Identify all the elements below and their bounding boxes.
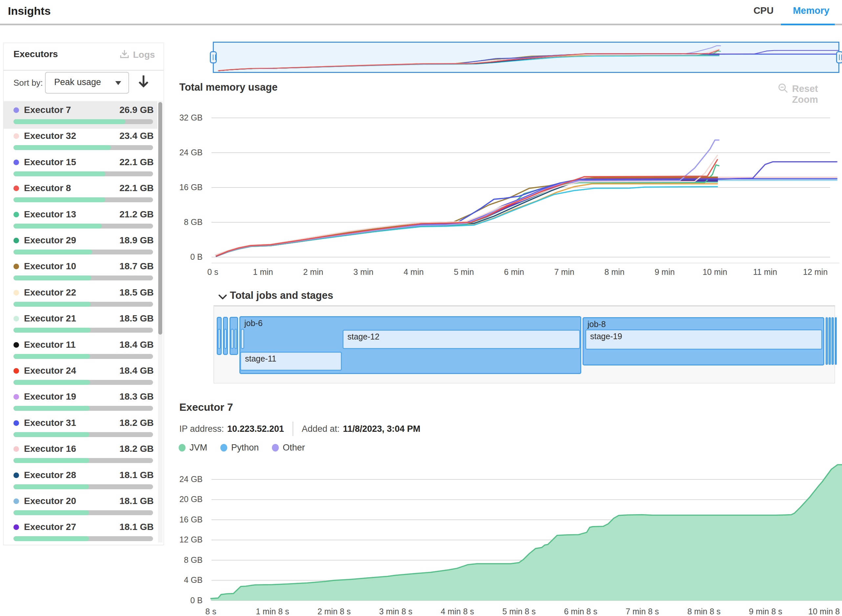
job-bar[interactable] — [826, 317, 828, 365]
executor-peak-value: 18.5 GB — [120, 287, 154, 298]
axis-tick-label: 0 B — [166, 252, 202, 262]
executor-list-item[interactable]: Executor 7 26.9 GB — [4, 104, 164, 130]
total-memory-chart[interactable] — [206, 113, 840, 271]
logs-button[interactable]: Logs — [119, 49, 158, 62]
stage-bar[interactable] — [241, 329, 244, 349]
executor-usage-bar — [13, 432, 153, 437]
stage-12-bar[interactable]: stage-12 — [343, 330, 580, 349]
sort-select[interactable]: Peak usage — [45, 72, 129, 94]
axis-tick-label: 1 min 8 s — [240, 607, 305, 616]
executor-color-dot — [13, 160, 19, 165]
series-executor-27 — [216, 181, 717, 256]
executor-color-dot — [13, 133, 19, 139]
executor-name: Executor 7 — [24, 105, 71, 115]
executor-usage-bar-fill — [13, 172, 106, 176]
overview-series — [219, 55, 719, 71]
executor-list-item[interactable]: Executor 27 18.1 GB — [4, 521, 164, 547]
executor-color-dot — [13, 368, 19, 374]
legend-item-jvm[interactable]: JVM — [179, 443, 207, 453]
executor-list-item[interactable]: Executor 20 18.1 GB — [4, 495, 164, 521]
executor-list-item[interactable]: Executor 32 23.4 GB — [4, 130, 164, 156]
series-executor-7 — [216, 140, 719, 256]
axis-tick-label: 7 min 8 s — [609, 607, 675, 616]
scrollbar-thumb[interactable] — [158, 102, 162, 334]
axis-tick-label: 8 GB — [166, 555, 202, 565]
top-bar: Insights CPU Memory — [0, 0, 842, 26]
brush-handle-left[interactable] — [210, 51, 217, 63]
executor-name: Executor 31 — [24, 418, 76, 428]
series-executor-32 — [216, 155, 717, 255]
sort-by-label: Sort by: — [13, 78, 43, 88]
job-6-label: job-6 — [244, 318, 263, 328]
executor-list-item[interactable]: Executor 16 18.2 GB — [4, 443, 164, 469]
legend-item-other[interactable]: Other — [272, 443, 305, 453]
executor-peak-value: 18.4 GB — [120, 365, 154, 376]
executor-usage-bar — [13, 354, 153, 359]
executor-name: Executor 32 — [24, 131, 76, 141]
executor-list-item[interactable]: Executor 31 18.2 GB — [4, 417, 164, 443]
executor-list-item[interactable]: Executor 10 18.7 GB — [4, 260, 164, 286]
tab-memory[interactable]: Memory — [785, 5, 838, 16]
axis-tick-label: 12 GB — [166, 535, 202, 544]
executor-usage-bar-fill — [13, 328, 91, 333]
executor-color-dot — [13, 186, 19, 191]
executor-peak-value: 18.1 GB — [120, 522, 154, 532]
executor-list-item[interactable]: Executor 22 18.5 GB — [4, 287, 164, 312]
executor-usage-bar — [13, 328, 153, 333]
job-bar[interactable] — [829, 317, 831, 365]
executor-color-dot — [13, 420, 19, 426]
job-bar[interactable] — [835, 317, 837, 365]
executor-usage-bar — [13, 484, 153, 489]
zoom-out-icon — [777, 83, 789, 94]
stage-bar[interactable] — [224, 329, 227, 349]
stage-19-bar[interactable]: stage-19 — [585, 329, 822, 350]
legend-label: Python — [231, 443, 259, 453]
executor-memory-chart[interactable] — [206, 458, 842, 607]
job-bar[interactable] — [832, 317, 834, 365]
executor-list-item[interactable]: Executor 15 22.1 GB — [4, 156, 164, 182]
stage-bar[interactable] — [218, 329, 221, 349]
ip-value: 10.223.52.201 — [227, 424, 284, 434]
added-label: Added at: — [302, 424, 340, 434]
executor-usage-bar — [13, 276, 153, 280]
executor-usage-bar — [13, 406, 153, 411]
executor-list-item[interactable]: Executor 11 18.4 GB — [4, 339, 164, 365]
tab-cpu[interactable]: CPU — [749, 5, 778, 16]
stage-11-bar[interactable]: stage-11 — [240, 352, 342, 371]
axis-tick-label: 4 min 8 s — [425, 607, 490, 616]
executor-list-item[interactable]: Executor 28 18.1 GB — [4, 469, 164, 495]
stage-bar[interactable] — [235, 329, 237, 349]
executor-color-dot — [13, 394, 19, 400]
executor-list-item[interactable]: Executor 24 18.4 GB — [4, 365, 164, 391]
legend-item-python[interactable]: Python — [220, 443, 259, 453]
executor-list-item[interactable]: Executor 21 18.5 GB — [4, 312, 164, 339]
executor-name: Executor 19 — [24, 392, 76, 402]
axis-tick-label: 0 B — [166, 595, 202, 605]
executor-list-item[interactable]: Executor 19 18.3 GB — [4, 391, 164, 417]
zoom-brush-overview[interactable] — [213, 42, 839, 73]
stage-bar[interactable] — [230, 329, 234, 349]
executor-usage-bar-fill — [13, 302, 91, 307]
brush-handle-right[interactable] — [836, 51, 842, 63]
axis-tick-label: 8 s — [178, 607, 244, 616]
executor-peak-value: 18.3 GB — [120, 392, 154, 402]
executor-usage-bar — [13, 458, 153, 463]
executor-name: Executor 10 — [24, 261, 76, 271]
executor-usage-bar — [13, 172, 153, 176]
axis-tick-label: 5 min 8 s — [486, 607, 552, 616]
added-value: 11/8/2023, 3:04 PM — [343, 424, 420, 434]
executor-list-item[interactable]: Executor 13 21.2 GB — [4, 208, 164, 235]
executor-peak-value: 18.5 GB — [120, 313, 154, 324]
series-executor-21 — [216, 182, 717, 256]
ip-label: IP address: — [179, 424, 224, 434]
grip-icon — [839, 54, 842, 60]
executor-list-item[interactable]: Executor 8 22.1 GB — [4, 182, 164, 208]
executor-name: Executor 27 — [24, 522, 76, 532]
axis-tick-label: 8 min 8 s — [671, 607, 737, 616]
reset-zoom-button[interactable]: Reset Zoom — [777, 83, 842, 96]
executor-name: Executor 15 — [24, 157, 76, 167]
executor-list-item[interactable]: Executor 29 18.9 GB — [4, 235, 164, 260]
sort-direction-button[interactable] — [136, 73, 153, 92]
executor-peak-value: 18.9 GB — [120, 235, 154, 246]
axis-tick-label: 6 min 8 s — [548, 607, 613, 616]
